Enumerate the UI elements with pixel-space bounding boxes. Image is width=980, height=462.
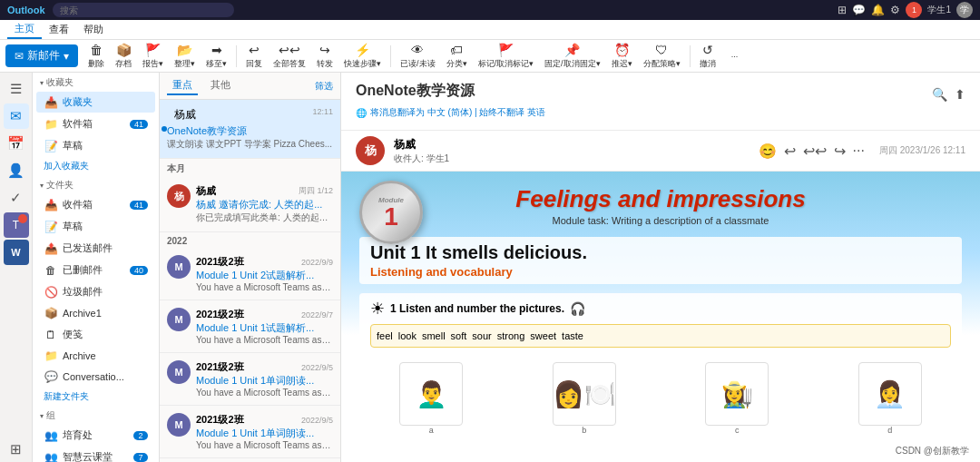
forward-button[interactable]: ↪转发 <box>312 41 338 72</box>
avatar-teams2: M <box>167 308 191 331</box>
draft-icon: 📝 <box>44 140 58 152</box>
organize-button[interactable]: 📂整理▾ <box>170 41 200 72</box>
msg-item-2021-4[interactable]: M 2021级2班 2022/9/5 Module 1 Unit 1单词朗读..… <box>160 406 340 458</box>
inbox-folder-icon: 📥 <box>44 199 58 211</box>
msg-sender: 杨威 <box>174 107 196 123</box>
sidebar-item-notes[interactable]: 🗒 便笺 <box>36 324 155 345</box>
msg-item-2021-3[interactable]: M 2021级2班 2022/9/5 Module 1 Unit 1单词朗读..… <box>160 353 340 406</box>
sidebar: ▾ 收藏夹 📥 收藏夹 📁 软件箱 41 📝 草稿 加入收藏夹 ▾ 文件夹 <box>33 73 160 462</box>
msg-item-teams1[interactable]: M Microsoft Teams 2022/9/3 你已被添加到 Micros… <box>160 458 340 462</box>
time-3: 2022/9/5 <box>301 363 333 372</box>
move-button[interactable]: ➡移至▾ <box>201 41 231 72</box>
preview-3: You have a Microsoft Teams assignm... <box>196 388 333 398</box>
module-task: Module task: Writing a description of a … <box>359 215 962 226</box>
reading-time: 周四 2023/1/26 12:11 <box>879 144 965 157</box>
sidebar-item-conversation[interactable]: 💬 Conversatio... <box>36 367 155 387</box>
sidebar-item-deleted[interactable]: 🗑 已删邮件 40 <box>36 260 155 280</box>
search-reading-icon[interactable]: 🔍 <box>932 87 947 102</box>
delete-button[interactable]: 🗑删除 <box>83 41 109 72</box>
tab-focused[interactable]: 重点 <box>167 76 198 95</box>
todo-icon[interactable]: ✓ <box>4 185 29 211</box>
archive-button[interactable]: 📦存档 <box>111 41 136 72</box>
policy-button[interactable]: 🛡分配策略▾ <box>639 41 685 72</box>
month-header-recent: 本月 <box>160 159 340 177</box>
sidebar-item-archive1[interactable]: 📦 Archive1 <box>36 303 155 323</box>
reply-button[interactable]: ↩回复 <box>241 41 267 72</box>
tab-other[interactable]: 其他 <box>205 76 236 95</box>
sidebar-item-draft[interactable]: 📝 草稿 <box>36 216 155 237</box>
sidebar-item-group1[interactable]: 👥 培育处 2 <box>36 425 155 446</box>
categorize-button[interactable]: 🏷分类▾ <box>442 41 472 72</box>
subject-3: Module 1 Unit 1单词朗读... <box>196 374 333 388</box>
msg-content-1: 2021级2班 2022/9/9 Module 1 Unit 2试题解析... … <box>196 255 333 292</box>
unread-dot <box>162 126 167 132</box>
flag-button[interactable]: 🚩标记/取消标记▾ <box>474 41 539 72</box>
reply-reading-btn[interactable]: ↩ <box>784 143 796 160</box>
pop-out-icon[interactable]: ⬆ <box>955 87 965 102</box>
calendar-icon[interactable]: 📅 <box>4 131 29 156</box>
compose-button[interactable]: ✉ 新邮件 ▾ <box>5 44 78 67</box>
groups-header[interactable]: ▾ 组 <box>33 406 159 424</box>
teams-icon[interactable]: T <box>4 212 29 238</box>
msg-item-2021-1[interactable]: M 2021级2班 2022/9/9 Module 1 Unit 2试题解析..… <box>160 248 340 300</box>
sidebar-item-group2[interactable]: 👥 智慧云课堂 7 <box>36 447 155 462</box>
forward-reading-btn[interactable]: ↪ <box>834 143 846 160</box>
settings-icon[interactable]: ⚙ <box>890 4 900 16</box>
tab-help[interactable]: 帮助 <box>76 21 111 38</box>
group1-badge: 2 <box>133 431 148 440</box>
mail-icon[interactable]: ✉ <box>4 103 29 129</box>
menu-icon[interactable]: ☰ <box>4 76 29 102</box>
favorites-header[interactable]: ▾ 收藏夹 <box>33 73 159 91</box>
reply-all-reading-btn[interactable]: ↩↩ <box>803 143 827 160</box>
junk-label: 垃圾邮件 <box>63 285 103 299</box>
add-favorite-btn[interactable]: 加入收藏夹 <box>33 157 159 175</box>
emoji-btn[interactable]: 😊 <box>759 143 777 160</box>
sidebar-item-inbox[interactable]: 📥 收件箱 41 <box>36 194 155 215</box>
read-button[interactable]: 👁已读/未读 <box>396 41 440 72</box>
search-input[interactable] <box>53 3 234 17</box>
quick-steps-button[interactable]: ⚡快速步骤▾ <box>339 41 386 72</box>
sidebar-item-software[interactable]: 📁 软件箱 41 <box>36 113 155 134</box>
figure-c: 👩‍🌾 c <box>705 362 769 435</box>
translate-bar[interactable]: 🌐 将消息翻译为 中文 (简体) | 始终不翻译 英语 <box>356 106 965 119</box>
filter-btn[interactable]: 筛选 <box>315 80 333 93</box>
report-button[interactable]: 🚩报告▾ <box>138 41 168 72</box>
tab-view[interactable]: 查看 <box>42 21 76 38</box>
avatar-icon[interactable]: 学 <box>956 2 973 18</box>
snooze-button[interactable]: ⏰推迟▾ <box>607 41 637 72</box>
user-badge[interactable]: 1 <box>906 2 922 18</box>
sidebar-item-archive[interactable]: 📁 Archive <box>36 346 155 366</box>
translate-text: 将消息翻译为 中文 (简体) | 始终不翻译 英语 <box>370 106 545 119</box>
pin-button[interactable]: 📌固定/取消固定▾ <box>540 41 605 72</box>
more-reading-btn[interactable]: ··· <box>853 143 865 159</box>
reply-all-button[interactable]: ↩↩全部答复 <box>269 41 310 72</box>
inbox-label: 收藏夹 <box>63 95 93 109</box>
new-folder-btn[interactable]: 新建文件夹 <box>33 388 159 406</box>
grid-icon[interactable]: ⊞ <box>838 4 847 16</box>
software-badge: 41 <box>130 120 148 129</box>
bell-icon[interactable]: 🔔 <box>871 4 885 16</box>
sidebar-item-inbox-favorite[interactable]: 📥 收藏夹 <box>36 92 155 113</box>
folders-chevron: ▾ <box>40 182 44 190</box>
people-icon[interactable]: 👤 <box>4 158 29 183</box>
feedback-icon[interactable]: 💬 <box>852 4 866 16</box>
sidebar-item-sent[interactable]: 📤 已发送邮件 <box>36 238 155 259</box>
word-icon[interactable]: W <box>4 240 29 265</box>
more-button[interactable]: ··· <box>722 50 748 63</box>
sidebar-item-draft-fav[interactable]: 📝 草稿 <box>36 135 155 156</box>
software-label: 软件箱 <box>63 117 93 131</box>
msg-item-survey[interactable]: 杨 杨威 周四 1/12 杨威 邀请你完成: 人类的起... 你已完成填写此类单… <box>160 177 340 232</box>
tab-home[interactable]: 主页 <box>7 20 42 39</box>
sidebar-item-junk[interactable]: 🚫 垃圾邮件 <box>36 281 155 302</box>
word-soft: soft <box>451 330 467 341</box>
watermark: CSDN @创新教学 <box>892 444 973 458</box>
msg-item-2021-2[interactable]: M 2021级2班 2022/9/7 Module 1 Unit 1试题解析..… <box>160 300 340 353</box>
inbox-folder-label: 收件箱 <box>63 198 93 211</box>
group1-icon: 👥 <box>44 429 58 442</box>
apps-icon[interactable]: ⊞ <box>4 437 29 462</box>
headphones-icon: 🎧 <box>570 301 585 316</box>
folders-header[interactable]: ▾ 文件夹 <box>33 175 159 193</box>
sent-label: 已发送邮件 <box>63 241 113 255</box>
undo-button[interactable]: ↺撤消 <box>695 41 720 72</box>
msg-item-onenote[interactable]: 杨威 12:11 OneNote教学资源 课文朗读 课文PPT 导学案 Pizz… <box>160 100 340 159</box>
